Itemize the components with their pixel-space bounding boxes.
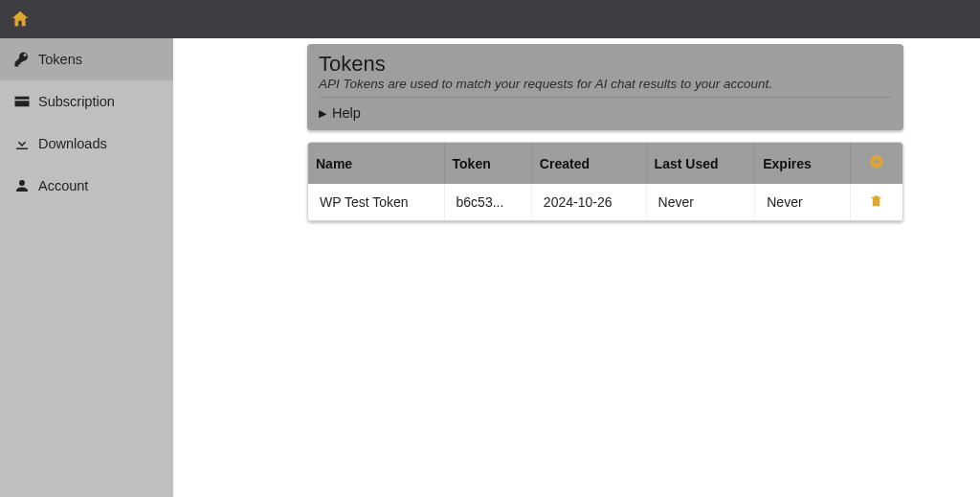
page-title: Tokens xyxy=(319,52,892,77)
tokens-table: Name Token Created Last Used Expires xyxy=(307,142,903,221)
help-toggle[interactable]: ▶ Help xyxy=(319,98,892,121)
sidebar-item-label: Downloads xyxy=(38,136,107,151)
sidebar-item-label: Account xyxy=(38,178,88,193)
th-token: Token xyxy=(444,143,531,184)
cell-expires: Never xyxy=(755,184,850,220)
person-icon xyxy=(13,177,38,194)
cell-actions xyxy=(850,184,902,220)
download-icon xyxy=(13,135,38,152)
sidebar-item-label: Subscription xyxy=(38,94,115,109)
sidebar-item-account[interactable]: Account xyxy=(0,165,173,207)
help-label: Help xyxy=(332,105,361,121)
th-last-used: Last Used xyxy=(646,143,755,184)
sidebar-item-subscription[interactable]: Subscription xyxy=(0,80,173,123)
card-icon xyxy=(13,93,38,110)
cell-created: 2024-10-26 xyxy=(531,184,646,220)
cell-token: b6c53... xyxy=(444,184,531,220)
sidebar-item-downloads[interactable]: Downloads xyxy=(0,123,173,165)
page-subtitle: API Tokens are used to match your reques… xyxy=(319,77,892,98)
main-content: Tokens API Tokens are used to match your… xyxy=(173,38,980,497)
th-expires: Expires xyxy=(755,143,850,184)
app-header xyxy=(0,0,980,38)
sidebar-item-label: Tokens xyxy=(38,52,82,67)
key-icon xyxy=(13,51,38,68)
th-created: Created xyxy=(531,143,646,184)
page-header-card: Tokens API Tokens are used to match your… xyxy=(307,44,903,130)
th-actions xyxy=(850,143,902,184)
table-row: WP Test Token b6c53... 2024-10-26 Never … xyxy=(308,184,902,220)
delete-token-button[interactable] xyxy=(862,193,891,208)
caret-right-icon: ▶ xyxy=(319,107,326,120)
cell-name: WP Test Token xyxy=(308,184,444,220)
home-icon[interactable] xyxy=(10,9,31,30)
th-name: Name xyxy=(308,143,444,184)
sidebar-item-tokens[interactable]: Tokens xyxy=(0,38,173,80)
cell-last-used: Never xyxy=(646,184,755,220)
add-token-button[interactable] xyxy=(869,154,884,169)
sidebar: Tokens Subscription Downloads Account xyxy=(0,38,173,497)
